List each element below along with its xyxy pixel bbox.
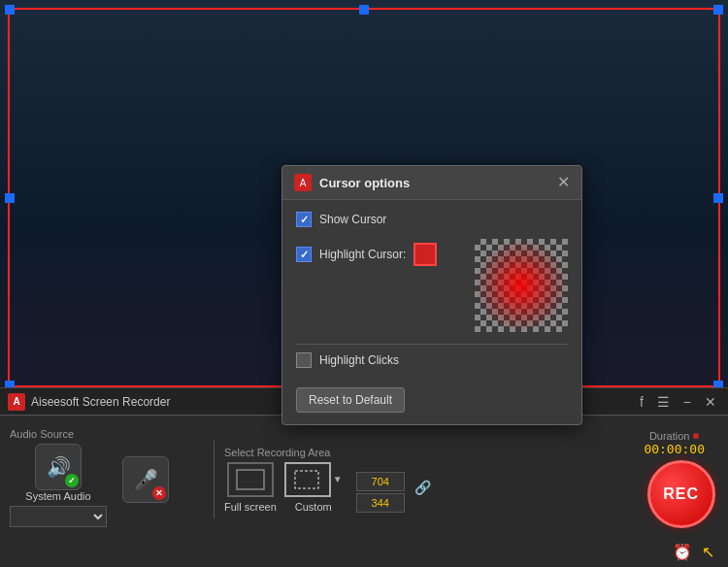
fullscreen-button[interactable]: Full screen	[224, 462, 277, 513]
audio-section-label: Audio Source	[10, 428, 74, 440]
toolbar-bottom-icons: ⏰ ↖	[0, 543, 728, 567]
help-button[interactable]: ☰	[653, 392, 674, 412]
width-input[interactable]	[356, 472, 405, 491]
duration-time: 00:00:00	[644, 442, 705, 456]
show-cursor-checkbox[interactable]: ✓	[296, 212, 312, 227]
system-audio-status: ✓	[65, 474, 79, 487]
handle-ml[interactable]	[5, 193, 15, 203]
cursor-glow-effect	[475, 239, 568, 332]
toolbar-body: Audio Source 🔊 ✓ System Audio 🎤	[0, 416, 728, 543]
show-cursor-label: Show Cursor	[319, 213, 386, 226]
custom-label: Custom	[295, 501, 332, 513]
custom-area-svg	[293, 469, 322, 490]
handle-mr[interactable]	[713, 193, 723, 203]
system-audio-button[interactable]: 🔊 ✓	[35, 444, 82, 490]
highlight-clicks-row: Highlight Clicks	[296, 352, 568, 368]
dialog-app-icon: A	[294, 174, 312, 191]
microphone-button[interactable]: 🎤 ✕	[122, 456, 169, 503]
highlight-cursor-label: Highlight Cursor:	[319, 248, 406, 261]
audio-buttons: 🔊 ✓ System Audio 🎤 ✕	[10, 444, 169, 527]
dialog-body: ✓ Show Cursor ✓ Highlight Cursor:	[282, 200, 581, 424]
fullscreen-icon	[227, 462, 274, 497]
cursor-color-swatch[interactable]	[414, 243, 437, 266]
handle-tl[interactable]	[5, 5, 15, 15]
custom-area-button[interactable]	[284, 462, 331, 497]
divider-1	[214, 441, 215, 518]
dialog-title: Cursor options	[319, 176, 557, 190]
alarm-icon[interactable]: ⏰	[673, 543, 692, 561]
svg-rect-0	[237, 470, 264, 489]
dialog-close-button[interactable]: ✕	[557, 175, 570, 190]
facebook-button[interactable]: f	[636, 392, 647, 412]
height-input[interactable]	[356, 493, 405, 513]
cursor-preview	[475, 239, 568, 332]
dialog-divider	[296, 344, 568, 345]
app-icon: A	[8, 393, 25, 411]
system-audio-select[interactable]	[10, 506, 107, 527]
microphone-label	[122, 503, 169, 515]
system-audio-label: System Audio	[10, 490, 107, 502]
cursor-settings-icon[interactable]: ↖	[702, 543, 714, 561]
custom-dropdown-arrow[interactable]: ▼	[333, 474, 343, 484]
highlight-clicks-checkbox[interactable]	[296, 352, 312, 368]
custom-area-group: ▼ Custom	[284, 462, 343, 513]
recording-area-section: Select Recording Area Full screen	[224, 447, 457, 513]
area-buttons: Full screen ▼ Custom	[224, 462, 457, 513]
duration-dot	[693, 433, 699, 439]
handle-tr[interactable]	[713, 5, 723, 15]
highlight-cursor-checkbox[interactable]: ✓	[296, 247, 312, 262]
svg-rect-1	[295, 471, 318, 488]
minimize-button[interactable]: −	[679, 392, 695, 412]
window-controls: f ☰ − ✕	[636, 392, 720, 412]
checkmark2-icon: ✓	[300, 249, 309, 261]
checkmark-icon: ✓	[300, 214, 309, 226]
duration-label: Duration	[649, 430, 690, 442]
highlight-clicks-label: Highlight Clicks	[319, 353, 399, 367]
handle-tc[interactable]	[359, 5, 369, 15]
fullscreen-label: Full screen	[224, 501, 277, 513]
close-window-button[interactable]: ✕	[701, 392, 720, 412]
duration-section: Duration 00:00:00	[644, 430, 705, 456]
recording-section-label: Select Recording Area	[224, 447, 457, 458]
show-cursor-row: ✓ Show Cursor	[296, 212, 568, 227]
rec-button[interactable]: REC	[647, 460, 715, 528]
fullscreen-svg	[236, 469, 265, 490]
size-inputs	[356, 472, 405, 513]
cursor-options-dialog: A Cursor options ✕ ✓ Show Cursor ✓ Highl…	[281, 165, 582, 425]
rec-label: REC	[663, 485, 699, 503]
reset-to-default-button[interactable]: Reset to Default	[296, 387, 405, 413]
microphone-status: ✕	[152, 486, 166, 500]
audio-source-section: Audio Source 🔊 ✓ System Audio 🎤	[10, 428, 204, 531]
dialog-header: A Cursor options ✕	[282, 166, 581, 200]
duration-label-row: Duration	[649, 430, 700, 442]
duration-rec-group: Duration 00:00:00 REC	[644, 430, 718, 528]
link-dimensions-icon[interactable]: 🔗	[414, 480, 431, 495]
custom-area-row: ▼	[284, 462, 343, 497]
